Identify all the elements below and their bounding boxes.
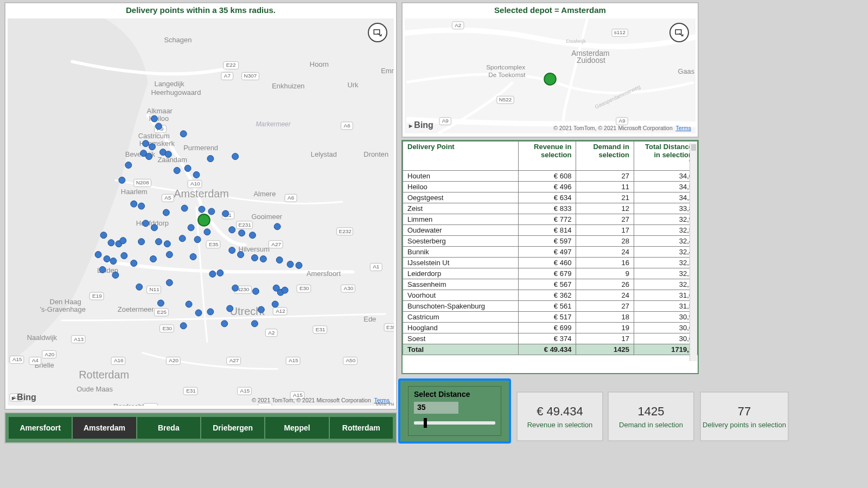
distance-value-input[interactable]: 35 bbox=[414, 402, 458, 414]
scrollbar[interactable] bbox=[690, 143, 697, 361]
svg-text:Gaas: Gaas bbox=[678, 67, 694, 75]
main-map-svg[interactable]: Schagen Enkhuizen Langedijk Heerhugowaar… bbox=[8, 18, 394, 406]
svg-text:E35: E35 bbox=[209, 241, 219, 247]
svg-text:A16: A16 bbox=[114, 357, 124, 363]
svg-text:Urk: Urk bbox=[347, 81, 359, 89]
svg-text:A9: A9 bbox=[442, 118, 449, 124]
kpi-points-value: 77 bbox=[738, 404, 751, 419]
svg-point-147 bbox=[239, 230, 245, 236]
svg-text:Almere: Almere bbox=[253, 190, 276, 198]
svg-point-146 bbox=[229, 227, 235, 233]
svg-text:Sportcomplex: Sportcomplex bbox=[486, 63, 525, 70]
depot-button-meppel[interactable]: Meppel bbox=[265, 417, 328, 439]
terms-link[interactable]: Terms bbox=[374, 397, 390, 403]
detail-map-title: Selected depot = Amsterdam bbox=[403, 3, 698, 17]
svg-point-155 bbox=[155, 239, 162, 245]
svg-point-132 bbox=[184, 165, 191, 171]
svg-point-143 bbox=[151, 224, 158, 231]
svg-point-169 bbox=[251, 255, 258, 261]
svg-point-159 bbox=[95, 252, 101, 258]
main-map-canvas[interactable]: Schagen Enkhuizen Langedijk Heerhugowaar… bbox=[8, 18, 394, 406]
distance-slider[interactable] bbox=[414, 421, 495, 425]
svg-point-125 bbox=[146, 153, 152, 160]
svg-point-139 bbox=[199, 206, 205, 213]
table-row[interactable]: Oegstgeest€ 6342134,2 bbox=[403, 192, 698, 203]
svg-text:'s-Gravenhage: 's-Gravenhage bbox=[40, 305, 86, 313]
th-revenue[interactable]: Revenue in selection bbox=[518, 142, 576, 171]
depot-button-amersfoort[interactable]: Amersfoort bbox=[9, 417, 72, 439]
svg-rect-196 bbox=[374, 30, 380, 34]
svg-text:A13: A13 bbox=[74, 336, 84, 342]
delivery-table-panel: Delivery Point Revenue in selection Dema… bbox=[401, 140, 699, 374]
svg-point-162 bbox=[121, 253, 127, 259]
svg-text:A1: A1 bbox=[373, 264, 380, 269]
depot-button-rotterdam[interactable]: Rotterdam bbox=[330, 417, 393, 439]
svg-point-153 bbox=[120, 237, 126, 244]
table-row[interactable]: Limmen€ 7722732,9 bbox=[403, 214, 698, 225]
table-row[interactable]: Bunschoten-Spakenburg€ 5612731,5 bbox=[403, 301, 698, 312]
svg-text:A6: A6 bbox=[344, 123, 351, 129]
detail-map-svg[interactable]: A2 s112 N522 A9 A9 Amsterdam Zuidoost Sp… bbox=[405, 18, 695, 133]
svg-point-164 bbox=[150, 256, 157, 262]
svg-point-185 bbox=[157, 300, 164, 306]
svg-text:Alkmaar: Alkmaar bbox=[147, 107, 173, 115]
slider-thumb[interactable] bbox=[424, 418, 427, 428]
detail-map-canvas[interactable]: A2 s112 N522 A9 A9 Amsterdam Zuidoost Sp… bbox=[405, 18, 695, 133]
th-delivery-point[interactable]: Delivery Point bbox=[403, 142, 519, 171]
detail-map-panel: Selected depot = Amsterdam A2 s112 N522 … bbox=[401, 2, 699, 138]
table-row[interactable]: Bunnik€ 4972432,4 bbox=[403, 247, 698, 258]
depot-button-amsterdam[interactable]: Amsterdam bbox=[73, 417, 136, 439]
th-demand[interactable]: Demand in selection bbox=[576, 142, 634, 171]
svg-text:Emmelo: Emmelo bbox=[381, 67, 394, 75]
svg-point-174 bbox=[99, 266, 106, 273]
svg-point-167 bbox=[229, 247, 235, 254]
focus-mode-icon[interactable] bbox=[669, 23, 689, 42]
svg-text:Purmerend: Purmerend bbox=[183, 144, 218, 152]
table-row[interactable]: IJsselstein Ut€ 4601632,3 bbox=[403, 258, 698, 268]
table-row[interactable]: Voorhout€ 3622431,6 bbox=[403, 290, 698, 301]
kpi-demand: 1425 Demand in selection bbox=[608, 391, 694, 441]
depot-slicer: AmersfoortAmsterdamBredaDriebergenMeppel… bbox=[4, 412, 397, 444]
svg-text:N11: N11 bbox=[150, 286, 160, 292]
svg-text:A5: A5 bbox=[164, 195, 171, 201]
focus-mode-icon[interactable] bbox=[368, 23, 387, 42]
table-row[interactable]: Soesterberg€ 5972832,4 bbox=[403, 236, 698, 247]
total-row: Total € 49.434 1425 1719,1 bbox=[403, 344, 698, 355]
table-row[interactable]: Leiderdorp€ 679932,1 bbox=[403, 268, 698, 279]
kpi-revenue: € 49.434 Revenue in selection bbox=[516, 391, 603, 441]
svg-text:Dronten: Dronten bbox=[363, 150, 388, 158]
depot-button-breda[interactable]: Breda bbox=[137, 417, 200, 439]
distance-slicer[interactable]: Select Distance 35 bbox=[398, 378, 511, 444]
map-attribution: © 2021 TomTom, © 2021 Microsoft Corporat… bbox=[252, 397, 390, 403]
svg-point-157 bbox=[179, 235, 186, 242]
svg-text:Oude Maas: Oude Maas bbox=[76, 385, 113, 393]
svg-text:E31: E31 bbox=[316, 326, 326, 332]
svg-point-122 bbox=[143, 140, 149, 147]
delivery-table[interactable]: Delivery Point Revenue in selection Dema… bbox=[403, 141, 698, 355]
svg-point-131 bbox=[174, 167, 180, 174]
th-distance[interactable]: Total Distance in selection▼ bbox=[634, 142, 697, 171]
table-row[interactable]: Zeist€ 8331233,8 bbox=[403, 203, 698, 214]
svg-text:Haarlem: Haarlem bbox=[121, 188, 148, 196]
svg-text:E25: E25 bbox=[157, 309, 167, 315]
table-row[interactable]: Houten€ 6082734,6 bbox=[403, 171, 698, 182]
table-row[interactable]: Heiloo€ 4961134,5 bbox=[403, 182, 698, 192]
depot-button-driebergen[interactable]: Driebergen bbox=[201, 417, 264, 439]
svg-text:Zuidoost: Zuidoost bbox=[577, 56, 605, 65]
table-row[interactable]: Oudewater€ 8141732,5 bbox=[403, 225, 698, 236]
table-row[interactable]: Soest€ 3741730,6 bbox=[403, 333, 698, 344]
terms-link[interactable]: Terms bbox=[675, 125, 691, 131]
svg-point-128 bbox=[232, 153, 239, 160]
svg-point-130 bbox=[125, 162, 132, 169]
svg-point-149 bbox=[274, 223, 280, 230]
svg-text:Naaldwijk: Naaldwijk bbox=[27, 333, 58, 342]
table-row[interactable]: Hoogland€ 6991930,6 bbox=[403, 323, 698, 333]
svg-point-158 bbox=[194, 236, 201, 243]
table-row[interactable]: Sassenheim€ 5672632,1 bbox=[403, 279, 698, 290]
svg-text:E30: E30 bbox=[299, 285, 309, 291]
svg-point-161 bbox=[110, 258, 117, 265]
svg-point-179 bbox=[217, 269, 224, 276]
svg-text:A15: A15 bbox=[289, 357, 298, 363]
table-row[interactable]: Castricum€ 5171830,9 bbox=[403, 312, 698, 323]
svg-point-187 bbox=[195, 310, 202, 316]
